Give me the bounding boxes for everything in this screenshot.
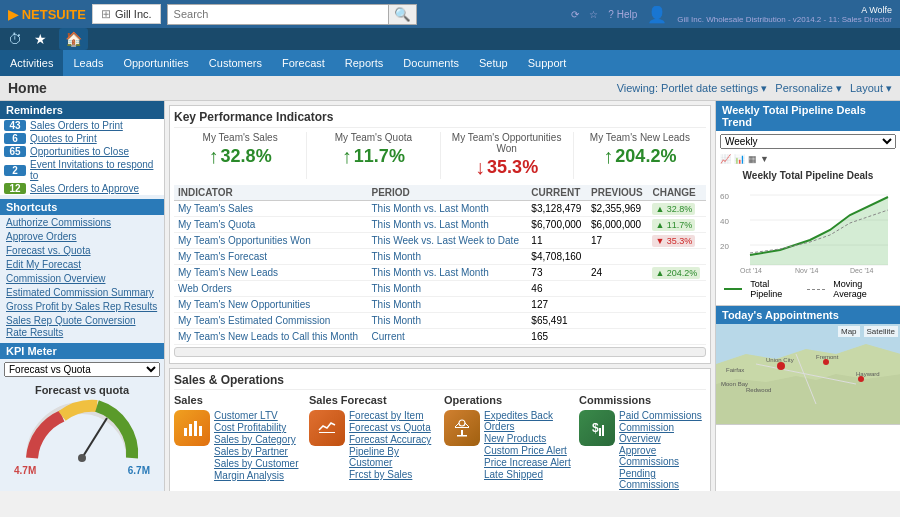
kpi-value-opps: ↓ 35.3% (445, 156, 569, 179)
shortcut-approve[interactable]: Approve Orders (0, 229, 164, 243)
reminder-quotes-print[interactable]: 6 Quotes to Print (0, 132, 164, 145)
forecast-icon (309, 410, 345, 446)
sales-link-category[interactable]: Sales by Category (214, 434, 298, 445)
chart-bar-icon[interactable]: ▦ (748, 154, 757, 164)
sales-link-ltv[interactable]: Customer LTV (214, 410, 298, 421)
kpi-indicator-cell[interactable]: My Team's Sales (174, 201, 367, 217)
user-icon: 👤 (647, 5, 667, 24)
ops-link-late[interactable]: Late Shipped (484, 469, 571, 480)
shortcut-conversion-rate[interactable]: Sales Rep Quote Conversion Rate Results (0, 313, 164, 339)
reminder-sales-orders-print[interactable]: 43 Sales Orders to Print (0, 119, 164, 132)
shortcut-commission-overview[interactable]: Commission Overview (0, 271, 164, 285)
kpi-indicator-cell[interactable]: My Team's New Opportunities (174, 297, 367, 313)
svg-line-0 (82, 418, 107, 458)
kpi-period-cell: This Month vs. Last Month (367, 265, 527, 281)
forecast-link-accuracy[interactable]: Forecast Accuracy (349, 434, 436, 445)
comm-link-paid[interactable]: Paid Commissions (619, 410, 706, 421)
nav-opportunities[interactable]: Opportunities (113, 50, 198, 76)
layout-link[interactable]: Layout ▾ (850, 82, 892, 95)
help-link[interactable]: ? Help (608, 9, 637, 20)
search-input[interactable] (167, 4, 389, 25)
svg-text:Union City: Union City (766, 357, 794, 363)
nav-setup[interactable]: Setup (469, 50, 518, 76)
commissions-col-title: Commissions (579, 394, 706, 406)
kpi-indicator-cell[interactable]: My Team's New Leads to Call this Month (174, 329, 367, 345)
shortcut-estimated-commission[interactable]: Estimated Commission Summary (0, 285, 164, 299)
nav-reports[interactable]: Reports (335, 50, 394, 76)
kpi-indicator-cell[interactable]: Web Orders (174, 281, 367, 297)
sales-link-customer[interactable]: Sales by Customer (214, 458, 298, 469)
forecast-link-item[interactable]: Forecast by Item (349, 410, 436, 421)
svg-line-11 (455, 423, 459, 427)
sales-link-partner[interactable]: Sales by Partner (214, 446, 298, 457)
star-icon[interactable]: ★ (34, 31, 47, 47)
chart-line-icon[interactable]: 📈 (720, 154, 731, 164)
clock-icon[interactable]: ⏱ (8, 31, 22, 47)
change-badge-pos: ▲ 11.7% (652, 219, 695, 231)
comm-link-overview[interactable]: Commission Overview (619, 422, 706, 444)
shortcut-gross-profit[interactable]: Gross Profit by Sales Rep Results (0, 299, 164, 313)
shortcut-edit-forecast[interactable]: Edit My Forecast (0, 257, 164, 271)
kpi-previous-cell (587, 249, 648, 265)
personalize-link[interactable]: Personalize ▾ (775, 82, 842, 95)
reminder-event-invitations[interactable]: 2 Event Invitations to respond to (0, 158, 164, 182)
kpi-table-scrollbar[interactable] (174, 347, 706, 357)
shortcut-forecast-quota[interactable]: Forecast vs. Quota (0, 243, 164, 257)
kpi-period-cell: This Month (367, 297, 527, 313)
dollar-chart-icon: $ (587, 418, 607, 438)
ops-link-expedites[interactable]: Expedites Back Orders (484, 410, 571, 432)
nav-documents[interactable]: Documents (393, 50, 469, 76)
forecast-link-pipeline[interactable]: Pipeline By Customer (349, 446, 436, 468)
forecast-link-frcst[interactable]: Frcst by Sales (349, 469, 436, 480)
kpi-indicator-cell[interactable]: My Team's Opportunities Won (174, 233, 367, 249)
svg-text:Dec '14: Dec '14 (850, 267, 874, 274)
nav-customers[interactable]: Customers (199, 50, 272, 76)
nav-forecast[interactable]: Forecast (272, 50, 335, 76)
kpi-indicator-cell[interactable]: My Team's Estimated Commission (174, 313, 367, 329)
nav-activities[interactable]: Activities (0, 50, 63, 76)
reminder-badge-12: 12 (4, 183, 26, 194)
sales-col-title: Sales (174, 394, 301, 406)
nav-leads[interactable]: Leads (63, 50, 113, 76)
favorites-icon[interactable]: ☆ (589, 9, 598, 20)
chart-area-icon[interactable]: 📊 (734, 154, 745, 164)
ops-link-new-products[interactable]: New Products (484, 433, 571, 444)
ops-link-custom-price[interactable]: Custom Price Alert (484, 445, 571, 456)
sales-link-margin[interactable]: Margin Analysis (214, 470, 298, 481)
logo-area: ▶ NETSUITE ⊞ Gill Inc. (8, 4, 161, 24)
kpi-table-row: My Team's New Opportunities This Month 1… (174, 297, 706, 313)
forecast-col-title: Sales Forecast (309, 394, 436, 406)
kpi-period-cell: Current (367, 329, 527, 345)
kpi-indicator-cell[interactable]: My Team's Quota (174, 217, 367, 233)
weekly-period-select[interactable]: Weekly (720, 134, 896, 149)
reminder-opportunities-close[interactable]: 65 Opportunities to Close (0, 145, 164, 158)
portlet-settings-link[interactable]: Viewing: Portlet date settings ▾ (617, 82, 768, 95)
kpi-meter-dropdown[interactable]: Forecast vs Quota (4, 362, 160, 377)
chart-more-icon[interactable]: ▼ (760, 154, 769, 164)
kpi-period-cell: This Month (367, 249, 527, 265)
kpi-indicator-cell[interactable]: My Team's Forecast (174, 249, 367, 265)
search-button[interactable]: 🔍 (389, 4, 417, 25)
kpi-table-row: My Team's Sales This Month vs. Last Mont… (174, 201, 706, 217)
portlet-controls: Viewing: Portlet date settings ▾ Persona… (617, 82, 892, 95)
home-icon[interactable]: 🏠 (59, 28, 88, 50)
kpi-table-row: Web Orders This Month 46 (174, 281, 706, 297)
satellite-tab[interactable]: Satellite (864, 326, 898, 337)
comm-link-approve[interactable]: Approve Commissions (619, 445, 706, 467)
nav-support[interactable]: Support (518, 50, 577, 76)
map-tab[interactable]: Map (838, 326, 860, 337)
sales-ops-title: Sales & Operations (174, 373, 706, 390)
kpi-period-cell: This Month (367, 281, 527, 297)
forecast-chart-icon (317, 418, 337, 438)
shortcut-authorize[interactable]: Authorize Commissions (0, 215, 164, 229)
reminder-sales-orders-approve[interactable]: 12 Sales Orders to Approve (0, 182, 164, 195)
forecast-link-quota[interactable]: Forecast vs Quota (349, 422, 436, 433)
comm-link-pending[interactable]: Pending Commissions (619, 468, 706, 490)
kpi-change-cell: ▲ 11.7% (648, 217, 706, 233)
svg-text:Moon Bay: Moon Bay (721, 381, 748, 387)
kpi-metric-quota: My Team's Quota ↑ 11.7% (307, 132, 440, 179)
kpi-indicator-cell[interactable]: My Team's New Leads (174, 265, 367, 281)
sales-link-cost[interactable]: Cost Profitability (214, 422, 298, 433)
refresh-icon[interactable]: ⟳ (571, 9, 579, 20)
ops-link-price-increase[interactable]: Price Increase Alert (484, 457, 571, 468)
